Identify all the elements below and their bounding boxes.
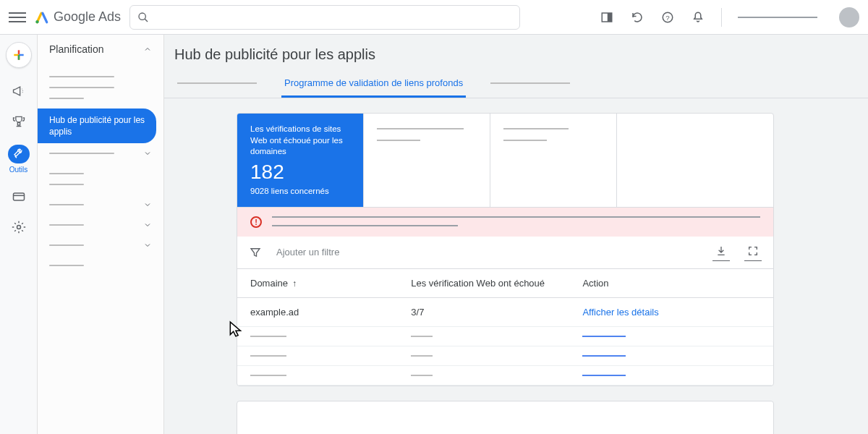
stat-row: Les vérifications de sites Web ont échou… (237, 114, 773, 208)
nav-item-placeholder[interactable] (49, 184, 84, 185)
nav-item-expandable[interactable] (38, 143, 163, 163)
nav-item-placeholder[interactable] (49, 76, 114, 77)
svg-point-0 (35, 20, 38, 23)
chevron-down-icon (143, 200, 152, 209)
add-filter-button[interactable]: Ajouter un filtre (276, 247, 339, 258)
table-row (237, 365, 773, 385)
rail-tools[interactable]: Outils (6, 145, 32, 174)
nav-item-expandable[interactable] (38, 215, 163, 235)
rail-campaigns[interactable] (6, 84, 32, 98)
main-content: Hub de publicité pour les applis Program… (164, 35, 868, 434)
domains-table: Domaine↑ Les vérification Web ont échoué… (237, 269, 773, 386)
nav-item-placeholder[interactable] (49, 87, 114, 88)
search-input[interactable] (155, 12, 512, 23)
chevron-down-icon (143, 241, 152, 250)
sidebar-section-header[interactable]: Planification (38, 43, 163, 65)
stat-failed-domains[interactable]: Les vérifications de sites Web ont échou… (237, 114, 364, 207)
secondary-card (237, 401, 774, 434)
link-placeholder[interactable] (582, 336, 626, 337)
fullscreen-icon[interactable] (744, 244, 762, 261)
plus-icon (12, 48, 26, 62)
cell-placeholder (250, 355, 286, 357)
avatar[interactable] (839, 7, 859, 27)
rail-goals[interactable] (6, 114, 32, 129)
cell-placeholder (411, 336, 433, 337)
view-details-link[interactable]: Afficher les détails (582, 307, 658, 318)
alert-text-placeholder (272, 216, 760, 218)
chevron-up-icon (143, 45, 152, 54)
chevron-down-icon (143, 149, 152, 158)
account-name-placeholder (738, 17, 817, 18)
link-placeholder[interactable] (582, 375, 626, 376)
tools-icon (12, 148, 25, 161)
megaphone-icon (12, 84, 26, 98)
stat-sub: 9028 liens concernés (250, 187, 350, 195)
top-bar: Google Ads ? (0, 0, 868, 35)
rail-tools-label: Outils (9, 166, 28, 174)
sidebar-item-app-hub[interactable]: Hub de publicité pour les applis (38, 109, 156, 143)
link-placeholder[interactable] (582, 355, 626, 357)
stat-placeholder-3[interactable] (490, 114, 617, 207)
svg-line-2 (145, 19, 148, 22)
svg-rect-4 (608, 13, 612, 22)
product-name: Google Ads (54, 9, 121, 25)
search-box[interactable] (129, 5, 520, 30)
table-row (237, 346, 773, 365)
validation-card: Les vérifications de sites Web ont échou… (237, 113, 774, 386)
refresh-icon[interactable] (630, 10, 644, 25)
topbar-actions: ? (600, 7, 859, 27)
column-header-action[interactable]: Action (569, 269, 773, 298)
svg-point-1 (139, 13, 145, 20)
alert-text-placeholder (272, 225, 458, 226)
gear-icon (12, 220, 26, 234)
tab-label: Programme de validation de liens profond… (284, 77, 463, 88)
product-logo[interactable]: Google Ads (35, 9, 121, 25)
nav-item-placeholder[interactable] (49, 173, 84, 174)
cell-placeholder (411, 375, 433, 376)
cell-placeholder (411, 355, 433, 357)
search-icon (137, 12, 149, 23)
create-button[interactable] (6, 42, 32, 68)
tab-placeholder-1[interactable] (174, 75, 260, 93)
page-title: Hub de publicité pour les applis (164, 35, 868, 70)
filter-icon[interactable] (249, 246, 262, 259)
svg-point-13 (17, 226, 20, 229)
cell-failed: 3/7 (398, 297, 569, 326)
stat-placeholder-2[interactable] (364, 114, 490, 207)
alert-banner: ! (237, 208, 773, 237)
sidebar: Planification Hub de publicité pour les … (38, 35, 164, 434)
svg-text:?: ? (665, 13, 670, 21)
appearance-icon[interactable] (600, 10, 614, 25)
trophy-icon (12, 114, 26, 129)
rail-billing[interactable] (6, 190, 32, 204)
notifications-icon[interactable] (691, 10, 705, 25)
column-header-failed[interactable]: Les vérification Web ont échoué (398, 269, 569, 298)
nav-item-placeholder[interactable] (49, 98, 84, 99)
tab-deep-link-validator[interactable]: Programme de validation de liens profond… (281, 70, 466, 98)
stat-label: Les vérifications de sites Web ont échou… (250, 124, 350, 158)
card-icon (12, 190, 26, 204)
cell-placeholder (250, 336, 286, 337)
nav-item-expandable[interactable] (38, 195, 163, 215)
stat-placeholder-4 (617, 114, 773, 207)
tab-placeholder-2[interactable] (488, 75, 573, 93)
nav-item-placeholder[interactable] (49, 265, 84, 266)
sort-ascending-icon: ↑ (292, 278, 297, 289)
rail-admin[interactable] (6, 220, 32, 234)
column-header-domain[interactable]: Domaine↑ (237, 269, 398, 298)
cell-domain: example.ad (237, 297, 398, 326)
sidebar-item-label: Hub de publicité pour les applis (49, 115, 145, 137)
google-ads-icon (35, 10, 49, 25)
stat-value: 182 (250, 161, 350, 184)
download-icon[interactable] (712, 244, 730, 261)
menu-icon[interactable] (9, 9, 26, 26)
chevron-down-icon (143, 221, 152, 229)
nav-item-expandable[interactable] (38, 235, 163, 255)
error-icon: ! (250, 216, 262, 228)
left-rail: Outils (0, 35, 38, 434)
filter-toolbar: Ajouter un filtre (237, 237, 773, 269)
sidebar-section-title: Planification (49, 43, 104, 55)
svg-rect-11 (13, 193, 24, 200)
cell-placeholder (250, 375, 286, 376)
help-icon[interactable]: ? (660, 10, 675, 25)
